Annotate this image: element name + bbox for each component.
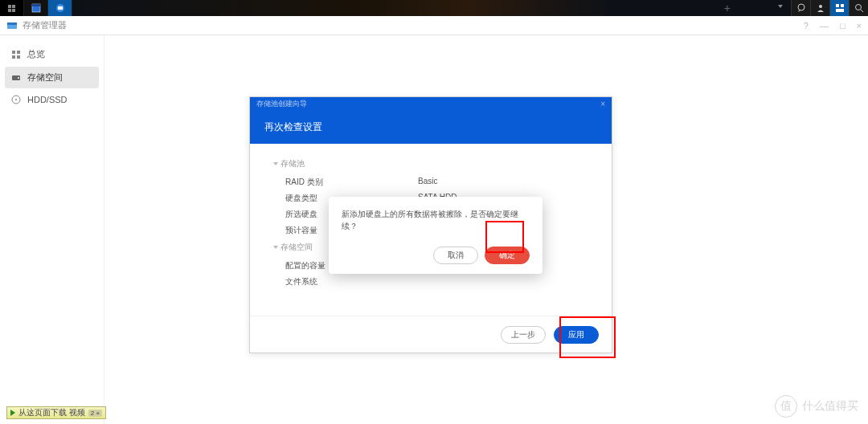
apply-button[interactable]: 应用 bbox=[554, 326, 599, 344]
svg-point-5 bbox=[819, 5, 822, 8]
svg-rect-3 bbox=[58, 6, 63, 10]
window-title: 存储管理器 bbox=[23, 19, 804, 31]
storage-space-icon bbox=[11, 73, 21, 83]
wizard-breadcrumb: 存储池创建向导 bbox=[256, 99, 307, 109]
task-item-active[interactable] bbox=[48, 0, 72, 16]
section-header-pool: 存储池 bbox=[274, 158, 588, 169]
play-icon bbox=[10, 410, 15, 416]
overview-icon bbox=[11, 50, 21, 59]
svg-rect-1 bbox=[32, 4, 40, 6]
svg-rect-12 bbox=[7, 22, 17, 25]
watermark: 值 什么值得买 bbox=[775, 395, 858, 418]
svg-rect-13 bbox=[12, 51, 15, 54]
tray-search-icon[interactable] bbox=[849, 0, 868, 16]
close-button[interactable]: × bbox=[857, 21, 862, 31]
svg-point-20 bbox=[15, 99, 17, 100]
window-icon bbox=[31, 3, 41, 13]
svg-rect-8 bbox=[836, 9, 844, 12]
task-item-1[interactable] bbox=[24, 0, 48, 16]
grid-icon bbox=[8, 5, 15, 12]
svg-point-9 bbox=[855, 5, 861, 10]
confirm-message: 新添加硬盘上的所有数据将被擦除，是否确定要继续？ bbox=[342, 208, 530, 232]
sidebar-item-storage[interactable]: 存储空间 bbox=[5, 67, 99, 88]
svg-point-18 bbox=[18, 77, 19, 79]
svg-point-4 bbox=[798, 4, 805, 10]
tray-chat-icon[interactable] bbox=[791, 0, 810, 16]
tray-user-icon[interactable] bbox=[810, 0, 829, 16]
row-fs: 文件系统 bbox=[274, 274, 588, 290]
download-pill-label: 从这页面下载 视频 bbox=[18, 407, 85, 418]
storage-icon bbox=[55, 3, 65, 13]
watermark-glyph: 值 bbox=[775, 395, 797, 418]
back-button[interactable]: 上一步 bbox=[501, 326, 546, 344]
ok-button[interactable]: 确定 bbox=[485, 247, 530, 264]
svg-rect-15 bbox=[12, 55, 15, 59]
dropdown-icon[interactable] bbox=[778, 5, 783, 8]
sidebar-item-overview[interactable]: 总览 bbox=[5, 43, 99, 65]
sidebar-item-hdd[interactable]: HDD/SSD bbox=[5, 90, 99, 109]
watermark-text: 什么值得买 bbox=[802, 399, 858, 414]
app-icon bbox=[6, 20, 18, 31]
taskbar-spacer: + bbox=[72, 0, 791, 16]
svg-rect-14 bbox=[17, 51, 20, 54]
sidebar: 总览 存储空间 HDD/SSD bbox=[0, 35, 104, 424]
sidebar-item-label: HDD/SSD bbox=[27, 95, 68, 104]
maximize-button[interactable]: □ bbox=[840, 21, 845, 31]
help-button[interactable]: ? bbox=[804, 21, 809, 31]
svg-rect-6 bbox=[836, 4, 839, 7]
wizard-close-icon[interactable]: × bbox=[600, 100, 605, 108]
download-pill-badge: 2 × bbox=[88, 410, 102, 417]
sidebar-item-label: 存储空间 bbox=[27, 71, 63, 84]
new-tab-icon[interactable]: + bbox=[724, 2, 731, 14]
sidebar-item-label: 总览 bbox=[27, 48, 45, 60]
window-title-bar: 存储管理器 ? — □ × bbox=[0, 16, 868, 35]
svg-line-10 bbox=[861, 10, 863, 12]
svg-rect-16 bbox=[17, 55, 20, 59]
app-launcher-button[interactable] bbox=[0, 0, 24, 16]
hdd-icon bbox=[11, 95, 21, 104]
system-taskbar: + bbox=[0, 0, 868, 16]
svg-rect-7 bbox=[841, 4, 844, 7]
confirm-dialog: 新添加硬盘上的所有数据将被擦除，是否确定要继续？ 取消 确定 bbox=[329, 197, 542, 274]
cancel-button[interactable]: 取消 bbox=[433, 247, 478, 264]
row-raid: RAID 类别Basic bbox=[274, 174, 588, 190]
minimize-button[interactable]: — bbox=[820, 21, 829, 31]
tray-dashboard-icon[interactable] bbox=[829, 0, 849, 16]
wizard-title: 再次检查设置 bbox=[264, 120, 322, 134]
download-pill[interactable]: 从这页面下载 视频 2 × bbox=[6, 406, 106, 419]
